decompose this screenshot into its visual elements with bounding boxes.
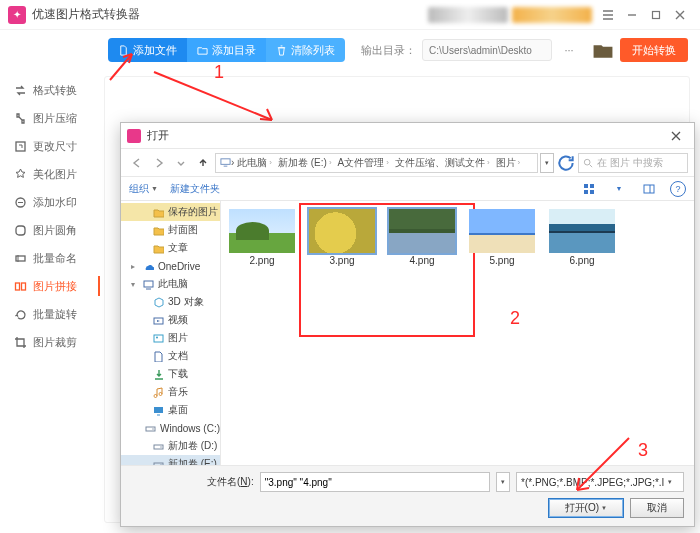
download-icon bbox=[153, 369, 164, 380]
tree-item-label: 文章 bbox=[168, 241, 188, 255]
sidebar-item-resize[interactable]: 更改尺寸 bbox=[0, 132, 100, 160]
organize-menu[interactable]: 组织▼ bbox=[129, 182, 158, 196]
sidebar-item-label: 批量旋转 bbox=[33, 307, 77, 322]
breadcrumb-segment[interactable]: A文件管理› bbox=[335, 156, 392, 170]
sidebar-item-label: 批量命名 bbox=[33, 251, 77, 266]
dialog-close-button[interactable] bbox=[664, 126, 688, 146]
add-folder-button[interactable]: 添加目录 bbox=[187, 38, 266, 62]
tree-item[interactable]: 文章 bbox=[121, 239, 220, 257]
nav-recent-button[interactable] bbox=[171, 153, 191, 173]
tree-item-label: 新加卷 (E:) bbox=[168, 457, 217, 465]
tree-item[interactable]: 新加卷 (E:) bbox=[121, 455, 220, 465]
tree-item[interactable]: 保存的图片 bbox=[121, 203, 220, 221]
preview-pane-button[interactable] bbox=[640, 180, 658, 198]
svg-rect-9 bbox=[584, 184, 588, 188]
tree-item[interactable]: Windows (C:) bbox=[121, 419, 220, 437]
sidebar-item-stitch[interactable]: 图片拼接 bbox=[0, 272, 100, 300]
sidebar-item-rotate[interactable]: 批量旋转 bbox=[0, 300, 100, 328]
sidebar-item-label: 图片裁剪 bbox=[33, 335, 77, 350]
tree-item[interactable]: ▾此电脑 bbox=[121, 275, 220, 293]
file-thumbnail[interactable]: 3.png bbox=[307, 209, 377, 266]
svg-rect-3 bbox=[16, 226, 25, 235]
start-convert-button[interactable]: 开始转换 bbox=[620, 38, 688, 62]
file-thumbnail[interactable]: 6.png bbox=[547, 209, 617, 266]
cancel-button[interactable]: 取消 bbox=[630, 498, 684, 518]
view-mode-button[interactable] bbox=[580, 180, 598, 198]
dropdown-icon[interactable]: ··· bbox=[558, 39, 580, 61]
breadcrumb-segment[interactable]: 图片› bbox=[493, 156, 524, 170]
svg-point-8 bbox=[584, 159, 590, 165]
dialog-logo-icon bbox=[127, 129, 141, 143]
tree-item-label: 封面图 bbox=[168, 223, 198, 237]
sidebar-item-crop[interactable]: 图片裁剪 bbox=[0, 328, 100, 356]
add-file-button[interactable]: 添加文件 bbox=[108, 38, 187, 62]
sidebar-item-compress[interactable]: 图片压缩 bbox=[0, 104, 100, 132]
tree-item[interactable]: 封面图 bbox=[121, 221, 220, 239]
nav-forward-button[interactable] bbox=[149, 153, 169, 173]
clear-list-button[interactable]: 清除列表 bbox=[266, 38, 345, 62]
sidebar-item-round[interactable]: 图片圆角 bbox=[0, 216, 100, 244]
tree-item[interactable]: 音乐 bbox=[121, 383, 220, 401]
svg-rect-7 bbox=[221, 159, 230, 165]
stitch-icon bbox=[14, 280, 27, 293]
file-thumbnail[interactable]: 4.png bbox=[387, 209, 457, 266]
thumbnail-filename: 6.png bbox=[569, 255, 594, 266]
nav-up-button[interactable] bbox=[193, 153, 213, 173]
tree-item[interactable]: 桌面 bbox=[121, 401, 220, 419]
file-type-filter[interactable]: *(*.PNG;*.BMP;*.JPEG;*.JPG;*.I▾ bbox=[516, 472, 684, 492]
folder-icon bbox=[197, 45, 208, 56]
open-folder-button[interactable] bbox=[592, 39, 614, 61]
round-icon bbox=[14, 224, 27, 237]
sidebar-item-rename[interactable]: 批量命名 bbox=[0, 244, 100, 272]
filename-input[interactable] bbox=[260, 472, 490, 492]
open-button[interactable]: 打开(O)▼ bbox=[548, 498, 624, 518]
svg-rect-13 bbox=[644, 185, 654, 193]
svg-rect-14 bbox=[144, 281, 153, 287]
maximize-button[interactable] bbox=[644, 3, 668, 27]
folder-tree[interactable]: 保存的图片封面图文章▸OneDrive▾此电脑3D 对象视频图片文档下载音乐桌面… bbox=[121, 201, 221, 465]
file-thumbnail[interactable]: 2.png bbox=[227, 209, 297, 266]
output-dir-path[interactable]: C:\Users\admin\Deskto bbox=[422, 39, 552, 61]
breadcrumb-segment[interactable]: 此电脑› bbox=[234, 156, 275, 170]
breadcrumb-label: A文件管理 bbox=[338, 156, 385, 170]
refresh-button[interactable] bbox=[556, 153, 576, 173]
search-input[interactable]: 在 图片 中搜索 bbox=[578, 153, 688, 173]
thumbnail-filename: 5.png bbox=[489, 255, 514, 266]
tree-item[interactable]: 3D 对象 bbox=[121, 293, 220, 311]
breadcrumb-segment[interactable]: 文件压缩、测试文件› bbox=[392, 156, 493, 170]
tree-item-label: 桌面 bbox=[168, 403, 188, 417]
chevron-right-icon: › bbox=[269, 158, 272, 167]
tree-item[interactable]: 图片 bbox=[121, 329, 220, 347]
resize-icon bbox=[14, 140, 27, 153]
tree-item[interactable]: 下载 bbox=[121, 365, 220, 383]
close-button[interactable] bbox=[668, 3, 692, 27]
filename-history-dropdown[interactable]: ▾ bbox=[496, 472, 510, 492]
dialog-title: 打开 bbox=[147, 128, 169, 143]
file-list[interactable]: 2.png3.png4.png5.png6.png bbox=[221, 201, 694, 465]
view-dropdown[interactable]: ▼ bbox=[610, 180, 628, 198]
nav-back-button[interactable] bbox=[127, 153, 147, 173]
sidebar-item-watermark[interactable]: 添加水印 bbox=[0, 188, 100, 216]
minimize-button[interactable] bbox=[620, 3, 644, 27]
help-button[interactable]: ? bbox=[670, 181, 686, 197]
breadcrumb-bar[interactable]: › 此电脑›新加卷 (E:)›A文件管理›文件压缩、测试文件›图片› bbox=[215, 153, 538, 173]
svg-rect-0 bbox=[653, 11, 660, 18]
new-folder-button[interactable]: 新建文件夹 bbox=[170, 182, 220, 196]
breadcrumb-segment[interactable]: 新加卷 (E:)› bbox=[275, 156, 335, 170]
tree-item[interactable]: 视频 bbox=[121, 311, 220, 329]
sidebar-item-label: 图片圆角 bbox=[33, 223, 77, 238]
breadcrumb-dropdown[interactable]: ▾ bbox=[540, 153, 554, 173]
tree-item[interactable]: 文档 bbox=[121, 347, 220, 365]
thumbnail-filename: 3.png bbox=[329, 255, 354, 266]
svg-rect-10 bbox=[590, 184, 594, 188]
tree-item[interactable]: 新加卷 (D:) bbox=[121, 437, 220, 455]
file-open-dialog: 打开 › 此电脑›新加卷 (E:)›A文件管理›文件压缩、测试文件›图片› ▾ … bbox=[120, 122, 695, 527]
sidebar-item-enhance[interactable]: 美化图片 bbox=[0, 160, 100, 188]
breadcrumb-label: 新加卷 (E:) bbox=[278, 156, 327, 170]
menu-button[interactable] bbox=[596, 3, 620, 27]
sidebar-item-swap[interactable]: 格式转换 bbox=[0, 76, 100, 104]
sidebar-item-label: 美化图片 bbox=[33, 167, 77, 182]
tree-item[interactable]: ▸OneDrive bbox=[121, 257, 220, 275]
file-thumbnail[interactable]: 5.png bbox=[467, 209, 537, 266]
3d-icon bbox=[153, 297, 164, 308]
